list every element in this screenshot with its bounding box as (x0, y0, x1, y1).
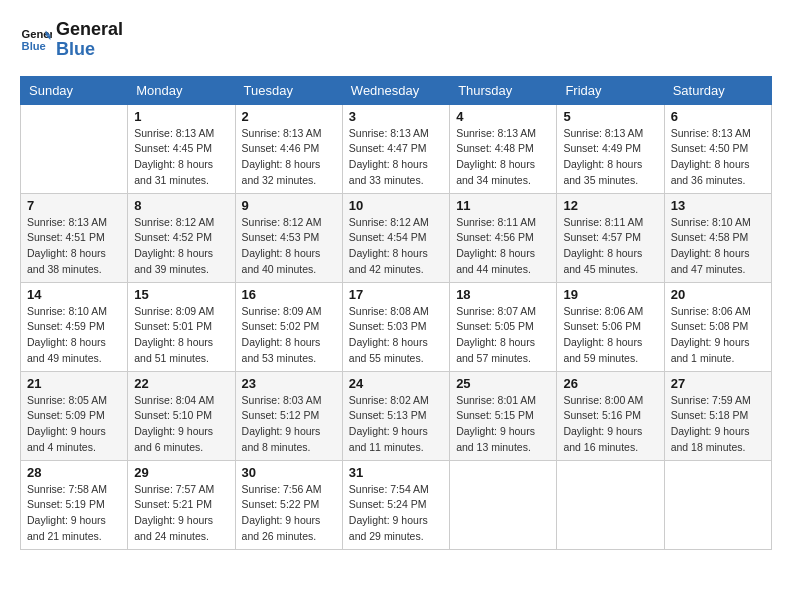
day-info: Sunrise: 7:57 AMSunset: 5:21 PMDaylight:… (134, 482, 228, 545)
calendar-week-row: 28Sunrise: 7:58 AMSunset: 5:19 PMDayligh… (21, 460, 772, 549)
day-number: 28 (27, 465, 121, 480)
day-info: Sunrise: 8:03 AMSunset: 5:12 PMDaylight:… (242, 393, 336, 456)
day-number: 16 (242, 287, 336, 302)
weekday-header-wednesday: Wednesday (342, 76, 449, 104)
day-number: 10 (349, 198, 443, 213)
calendar-cell: 30Sunrise: 7:56 AMSunset: 5:22 PMDayligh… (235, 460, 342, 549)
calendar-cell (450, 460, 557, 549)
day-info: Sunrise: 8:13 AMSunset: 4:48 PMDaylight:… (456, 126, 550, 189)
day-number: 1 (134, 109, 228, 124)
day-info: Sunrise: 8:13 AMSunset: 4:46 PMDaylight:… (242, 126, 336, 189)
calendar-cell: 13Sunrise: 8:10 AMSunset: 4:58 PMDayligh… (664, 193, 771, 282)
day-info: Sunrise: 8:13 AMSunset: 4:47 PMDaylight:… (349, 126, 443, 189)
weekday-header-saturday: Saturday (664, 76, 771, 104)
calendar-cell: 12Sunrise: 8:11 AMSunset: 4:57 PMDayligh… (557, 193, 664, 282)
day-number: 3 (349, 109, 443, 124)
calendar-cell: 4Sunrise: 8:13 AMSunset: 4:48 PMDaylight… (450, 104, 557, 193)
day-info: Sunrise: 7:59 AMSunset: 5:18 PMDaylight:… (671, 393, 765, 456)
day-number: 29 (134, 465, 228, 480)
day-number: 11 (456, 198, 550, 213)
logo-blue: Blue (56, 40, 123, 60)
day-info: Sunrise: 8:13 AMSunset: 4:51 PMDaylight:… (27, 215, 121, 278)
day-number: 15 (134, 287, 228, 302)
day-info: Sunrise: 8:13 AMSunset: 4:49 PMDaylight:… (563, 126, 657, 189)
day-info: Sunrise: 7:58 AMSunset: 5:19 PMDaylight:… (27, 482, 121, 545)
calendar-cell: 17Sunrise: 8:08 AMSunset: 5:03 PMDayligh… (342, 282, 449, 371)
calendar-cell: 25Sunrise: 8:01 AMSunset: 5:15 PMDayligh… (450, 371, 557, 460)
day-number: 21 (27, 376, 121, 391)
day-info: Sunrise: 8:12 AMSunset: 4:53 PMDaylight:… (242, 215, 336, 278)
calendar-cell (664, 460, 771, 549)
day-info: Sunrise: 8:11 AMSunset: 4:57 PMDaylight:… (563, 215, 657, 278)
page-header: General Blue General Blue (20, 20, 772, 60)
day-info: Sunrise: 8:11 AMSunset: 4:56 PMDaylight:… (456, 215, 550, 278)
day-number: 17 (349, 287, 443, 302)
day-number: 30 (242, 465, 336, 480)
calendar-cell: 22Sunrise: 8:04 AMSunset: 5:10 PMDayligh… (128, 371, 235, 460)
calendar-cell: 1Sunrise: 8:13 AMSunset: 4:45 PMDaylight… (128, 104, 235, 193)
calendar-week-row: 14Sunrise: 8:10 AMSunset: 4:59 PMDayligh… (21, 282, 772, 371)
calendar-cell: 7Sunrise: 8:13 AMSunset: 4:51 PMDaylight… (21, 193, 128, 282)
day-info: Sunrise: 8:08 AMSunset: 5:03 PMDaylight:… (349, 304, 443, 367)
day-number: 23 (242, 376, 336, 391)
day-number: 13 (671, 198, 765, 213)
weekday-header-thursday: Thursday (450, 76, 557, 104)
calendar-cell: 8Sunrise: 8:12 AMSunset: 4:52 PMDaylight… (128, 193, 235, 282)
day-number: 27 (671, 376, 765, 391)
day-info: Sunrise: 7:54 AMSunset: 5:24 PMDaylight:… (349, 482, 443, 545)
day-info: Sunrise: 8:02 AMSunset: 5:13 PMDaylight:… (349, 393, 443, 456)
day-number: 7 (27, 198, 121, 213)
day-info: Sunrise: 8:13 AMSunset: 4:50 PMDaylight:… (671, 126, 765, 189)
calendar-cell: 23Sunrise: 8:03 AMSunset: 5:12 PMDayligh… (235, 371, 342, 460)
day-info: Sunrise: 8:09 AMSunset: 5:01 PMDaylight:… (134, 304, 228, 367)
calendar-cell: 27Sunrise: 7:59 AMSunset: 5:18 PMDayligh… (664, 371, 771, 460)
day-info: Sunrise: 8:10 AMSunset: 4:59 PMDaylight:… (27, 304, 121, 367)
calendar-header-row: SundayMondayTuesdayWednesdayThursdayFrid… (21, 76, 772, 104)
day-number: 9 (242, 198, 336, 213)
calendar-cell: 28Sunrise: 7:58 AMSunset: 5:19 PMDayligh… (21, 460, 128, 549)
day-number: 31 (349, 465, 443, 480)
calendar-cell: 5Sunrise: 8:13 AMSunset: 4:49 PMDaylight… (557, 104, 664, 193)
calendar-cell: 9Sunrise: 8:12 AMSunset: 4:53 PMDaylight… (235, 193, 342, 282)
calendar-body: 1Sunrise: 8:13 AMSunset: 4:45 PMDaylight… (21, 104, 772, 549)
calendar-cell: 14Sunrise: 8:10 AMSunset: 4:59 PMDayligh… (21, 282, 128, 371)
weekday-header-friday: Friday (557, 76, 664, 104)
calendar-cell: 16Sunrise: 8:09 AMSunset: 5:02 PMDayligh… (235, 282, 342, 371)
day-number: 25 (456, 376, 550, 391)
day-number: 6 (671, 109, 765, 124)
day-number: 5 (563, 109, 657, 124)
day-number: 12 (563, 198, 657, 213)
calendar-week-row: 21Sunrise: 8:05 AMSunset: 5:09 PMDayligh… (21, 371, 772, 460)
day-number: 8 (134, 198, 228, 213)
weekday-header-monday: Monday (128, 76, 235, 104)
day-number: 24 (349, 376, 443, 391)
day-number: 19 (563, 287, 657, 302)
calendar-cell: 31Sunrise: 7:54 AMSunset: 5:24 PMDayligh… (342, 460, 449, 549)
calendar-cell: 11Sunrise: 8:11 AMSunset: 4:56 PMDayligh… (450, 193, 557, 282)
day-info: Sunrise: 7:56 AMSunset: 5:22 PMDaylight:… (242, 482, 336, 545)
day-info: Sunrise: 8:04 AMSunset: 5:10 PMDaylight:… (134, 393, 228, 456)
day-number: 4 (456, 109, 550, 124)
day-info: Sunrise: 8:05 AMSunset: 5:09 PMDaylight:… (27, 393, 121, 456)
calendar-table: SundayMondayTuesdayWednesdayThursdayFrid… (20, 76, 772, 550)
calendar-cell: 20Sunrise: 8:06 AMSunset: 5:08 PMDayligh… (664, 282, 771, 371)
calendar-cell: 15Sunrise: 8:09 AMSunset: 5:01 PMDayligh… (128, 282, 235, 371)
calendar-cell: 21Sunrise: 8:05 AMSunset: 5:09 PMDayligh… (21, 371, 128, 460)
day-number: 20 (671, 287, 765, 302)
calendar-week-row: 1Sunrise: 8:13 AMSunset: 4:45 PMDaylight… (21, 104, 772, 193)
day-info: Sunrise: 8:06 AMSunset: 5:06 PMDaylight:… (563, 304, 657, 367)
weekday-header-tuesday: Tuesday (235, 76, 342, 104)
day-number: 2 (242, 109, 336, 124)
day-info: Sunrise: 8:13 AMSunset: 4:45 PMDaylight:… (134, 126, 228, 189)
day-number: 14 (27, 287, 121, 302)
calendar-cell: 3Sunrise: 8:13 AMSunset: 4:47 PMDaylight… (342, 104, 449, 193)
calendar-cell (557, 460, 664, 549)
logo-icon: General Blue (20, 24, 52, 56)
day-info: Sunrise: 8:07 AMSunset: 5:05 PMDaylight:… (456, 304, 550, 367)
calendar-cell: 26Sunrise: 8:00 AMSunset: 5:16 PMDayligh… (557, 371, 664, 460)
svg-text:Blue: Blue (22, 39, 46, 51)
day-number: 22 (134, 376, 228, 391)
day-info: Sunrise: 8:00 AMSunset: 5:16 PMDaylight:… (563, 393, 657, 456)
day-info: Sunrise: 8:12 AMSunset: 4:54 PMDaylight:… (349, 215, 443, 278)
day-info: Sunrise: 8:10 AMSunset: 4:58 PMDaylight:… (671, 215, 765, 278)
